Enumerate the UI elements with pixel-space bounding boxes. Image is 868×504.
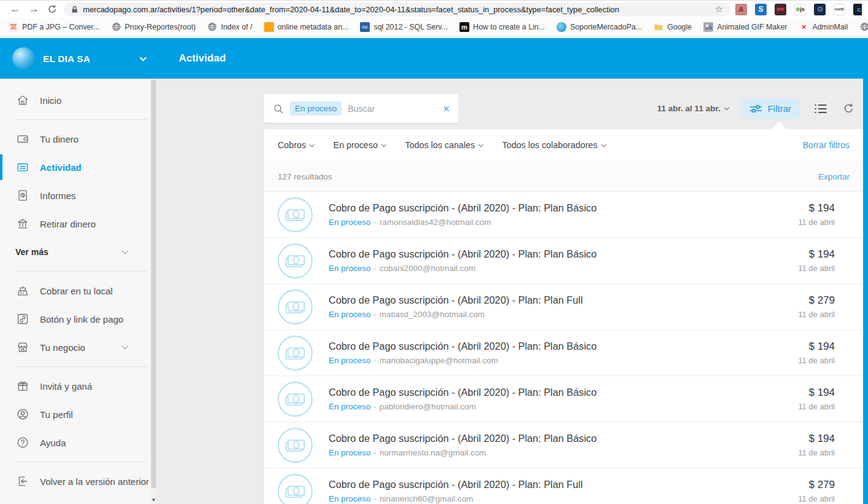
search-box[interactable]: En proceso × [264, 94, 458, 123]
bookmark-label: PDF a JPG – Conver... [22, 23, 100, 31]
sidebar-item-retirar-dinero[interactable]: Retirar dinero [0, 210, 157, 238]
payment-money-icon [278, 197, 313, 232]
chevron-down-icon [122, 248, 128, 254]
transaction-row[interactable]: Cobro de Pago suscripción - (Abril 2020)… [264, 422, 863, 468]
invid-extension-icon[interactable]: InVID [834, 4, 845, 15]
search-input[interactable] [348, 104, 439, 114]
export-link[interactable]: Exportar [818, 172, 850, 181]
sidebar-item-inicio[interactable]: Inicio [0, 86, 157, 114]
filter-dropdown-en-proceso[interactable]: En proceso [334, 140, 386, 150]
acrobat-extension-icon[interactable]: A [735, 4, 747, 15]
scrollbar-down-arrow[interactable]: ▾ [151, 497, 157, 503]
date-range-label: 11 abr. al 11 abr. [657, 104, 721, 113]
sidebar-item-boton-y-link-de-pago[interactable]: Botón y link de pago [0, 305, 157, 333]
register-icon [15, 283, 30, 298]
main-area: Actividad En proceso × 11 abr. al 11 abr… [157, 38, 868, 504]
status-badge: En proceso [329, 218, 370, 227]
filter-dropdown-todos-los-colaboradores[interactable]: Todos los colaboradores [502, 140, 605, 150]
bookmark-proxy-reportes-root[interactable]: Proxy-Reportes(root) [111, 22, 196, 32]
sidebar-item-label: Inicio [40, 95, 61, 106]
js-extension-icon[interactable]: ⚙js [794, 4, 806, 15]
transaction-subtitle: En proceso-matiasd_2003@hotmail.com [329, 310, 583, 319]
sidebar-item-informes[interactable]: Informes [0, 181, 157, 210]
reload-icon[interactable] [43, 4, 61, 14]
bookmark-animated-gif-maker[interactable]: Animated GIF Maker [703, 22, 787, 32]
date-range-selector[interactable]: 11 abr. al 11 abr. [657, 104, 729, 113]
scrollbar-thumb[interactable] [151, 80, 156, 488]
filter-popover-caret [771, 121, 787, 130]
bookmark-how-to-create-a-lin[interactable]: mHow to create a Lin... [459, 22, 545, 32]
transaction-info: Cobro de Pago suscripción - (Abril 2020)… [329, 202, 596, 227]
sidebar-item-invita-y-gana[interactable]: Invitá y ganá [0, 372, 157, 400]
sidebar: EL DIA SA InicioTu dineroActividadInform… [0, 38, 157, 504]
bookmark-sql-2012-sql-serv[interactable]: SQLsql 2012 - SQL Serv... [360, 22, 448, 32]
bookmark-index-of[interactable]: Index of / [208, 22, 252, 32]
account-switcher[interactable]: EL DIA SA [0, 38, 157, 79]
s-extension-icon[interactable]: S [755, 4, 767, 15]
mask-extension-icon[interactable] [775, 4, 786, 15]
page-scrollbar[interactable] [863, 38, 868, 504]
bookmark-nvs-2[interactable]: NVS-2 [859, 22, 868, 32]
bookmark-star-icon[interactable]: ☆ [715, 4, 723, 15]
mp-favicon [557, 22, 566, 32]
dropdown-label: En proceso [334, 140, 378, 150]
transactions-list: Cobro de Pago suscripción - (Abril 2020)… [264, 192, 863, 504]
page-title: Actividad [179, 52, 226, 64]
filter-dropdown-todos-los-canales[interactable]: Todos los canales [405, 140, 482, 150]
forward-icon[interactable]: → [25, 1, 43, 17]
bookmark-google[interactable]: Google [654, 22, 692, 32]
target-extension-icon[interactable] [814, 4, 826, 15]
avatar [12, 47, 34, 69]
transaction-row[interactable]: Cobro de Pago suscripción - (Abril 2020)… [264, 238, 863, 284]
bookmark-label: Google [667, 23, 692, 31]
clear-filters-link[interactable]: Borrar filtros [803, 140, 850, 150]
sidebar-scrollbar[interactable]: ▾ [151, 79, 157, 504]
filter-button[interactable]: Filtrar [741, 98, 800, 119]
bookmark-pdf-a-jpg-conver[interactable]: PDFJPGPDF a JPG – Conver... [9, 22, 100, 32]
search-icon [273, 103, 284, 114]
transaction-amount-block: $ 19411 de abril [798, 341, 835, 365]
list-view-icon[interactable] [815, 104, 827, 114]
sidebar-item-actividad[interactable]: Actividad [0, 153, 157, 181]
chevron-down-icon [122, 343, 128, 349]
c-extension-icon[interactable]: c [853, 4, 862, 15]
sidebar-item-ayuda[interactable]: Ayuda [0, 428, 157, 457]
bookmark-soportemercadopa[interactable]: SoporteMercadoPa... [557, 22, 642, 32]
dropdown-label: Cobros [278, 140, 306, 150]
sidebar-item-label: Tu perfil [40, 409, 73, 420]
bank-icon [15, 216, 30, 231]
pdf-favicon: PDFJPG [9, 22, 18, 32]
sidebar-item-tu-negocio[interactable]: Tu negocio [0, 333, 157, 361]
help-icon [15, 435, 30, 450]
back-icon[interactable]: ← [6, 1, 25, 17]
sidebar-divider [15, 366, 148, 367]
payer-email: normarmesto.na@gmail.com [380, 448, 487, 457]
sidebar-item-label: Tu negocio [40, 342, 85, 353]
bookmark-adminmail[interactable]: ×AdminMail [799, 22, 848, 32]
transaction-title: Cobro de Pago suscripción - (Abril 2020)… [329, 479, 583, 490]
payer-email: cobani2000@hotmail.com [380, 264, 475, 273]
status-filter-chip[interactable]: En proceso [290, 101, 342, 116]
filter-dropdown-cobros[interactable]: Cobros [278, 140, 314, 150]
transaction-row[interactable]: Cobro de Pago suscripción - (Abril 2020)… [264, 192, 863, 238]
transaction-row[interactable]: Cobro de Pago suscripción - (Abril 2020)… [264, 376, 863, 422]
transaction-row[interactable]: Cobro de Pago suscripción - (Abril 2020)… [264, 330, 863, 376]
chevron-down-icon [601, 142, 606, 147]
sidebar-item-ver-mas[interactable]: Ver más [0, 238, 157, 266]
sidebar-item-tu-dinero[interactable]: Tu dinero [0, 125, 157, 153]
bookmark-online-metadata-an[interactable]: online metadata an... [264, 22, 349, 32]
transaction-row[interactable]: Cobro de Pago suscripción - (Abril 2020)… [264, 284, 863, 330]
sidebar-divider [15, 119, 148, 120]
transaction-row[interactable]: Cobro de Pago suscripción - (Abril 2020)… [264, 468, 863, 504]
sidebar-item-tu-perfil[interactable]: Tu perfil [0, 400, 157, 428]
amount: $ 194 [798, 248, 835, 261]
results-panel: CobrosEn procesoTodos los canalesTodos l… [264, 129, 863, 504]
payer-email: pabloridiero@hotmail.com [380, 402, 476, 411]
sidebar-item-cobrar-en-tu-local[interactable]: Cobrar en tu local [0, 277, 157, 305]
sidebar-item-volver-a-la-version-anterior[interactable]: Volver a la versión anterior [0, 467, 157, 495]
transaction-subtitle: En proceso-pabloridiero@hotmail.com [329, 402, 596, 411]
separator: - [373, 356, 377, 365]
url-bar[interactable]: mercadopago.com.ar/activities/1?period=o… [64, 2, 730, 17]
clear-search-icon[interactable]: × [443, 103, 450, 114]
refresh-icon[interactable] [843, 103, 854, 114]
